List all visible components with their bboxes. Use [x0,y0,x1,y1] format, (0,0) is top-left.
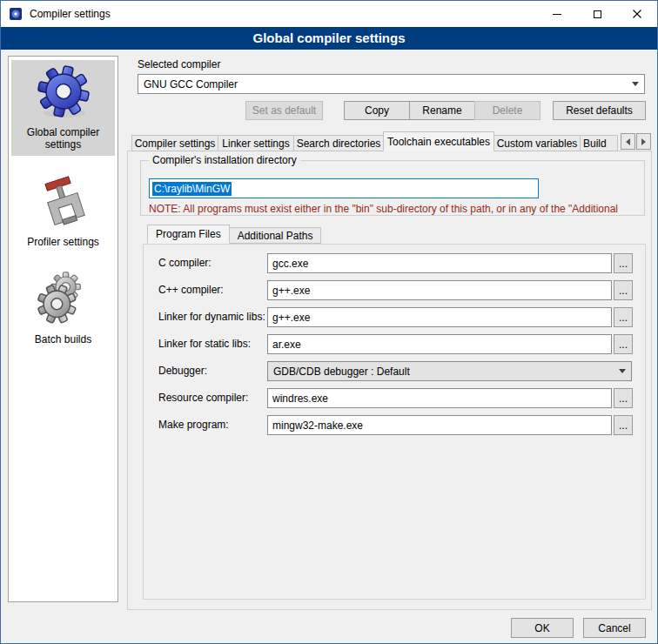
minimize-button[interactable] [537,1,577,27]
bin-subdirectory-note: NOTE: All programs must exist either in … [149,203,645,215]
debugger-value: GDB/CDB debugger : Default [273,366,410,378]
titlebar: Compiler settings [1,1,657,27]
tab-custom-variables[interactable]: Custom variables [494,135,581,151]
arrow-right-icon [641,138,646,145]
sidebar-item-batch-builds[interactable]: Batch builds [11,267,115,351]
installation-directory-value: C:\raylib\MinGW [152,182,232,196]
browse-button[interactable]: ... [614,253,633,273]
browse-button[interactable]: ... [614,334,633,354]
tab-additional-paths[interactable]: Additional Paths [229,227,322,244]
gray-gears-icon [36,271,91,326]
installation-directory-legend: Compiler's installation directory [149,154,300,166]
titlebar-buttons [537,1,657,27]
c-compiler-input[interactable] [267,253,612,273]
browse-button[interactable]: ... [614,415,633,435]
make-program-input[interactable] [267,415,612,435]
browse-button[interactable]: ... [614,280,633,300]
selected-compiler-label: Selected compiler [138,58,220,70]
blue-gear-icon [36,64,91,119]
chevron-down-icon [619,369,626,373]
main-tabstrip: Compiler settings Linker settings Search… [131,131,619,151]
set-as-default-button[interactable]: Set as default [245,101,323,120]
maximize-icon [594,10,601,18]
ok-button[interactable]: OK [511,618,574,638]
cpp-compiler-input[interactable] [267,280,612,300]
cpp-compiler-label: C++ compiler: [158,280,224,300]
rename-button[interactable]: Rename [409,101,475,120]
field-row: C compiler: ... [144,253,645,273]
browse-button[interactable]: ... [614,388,633,408]
tab-search-directories[interactable]: Search directories [293,135,384,151]
field-row: Make program: ... [144,415,645,435]
field-row: Linker for dynamic libs: ... [144,307,645,327]
field-row: Resource compiler: ... [144,388,645,408]
tab-build-truncated[interactable]: Build [580,135,618,151]
tab-scroll-right-button[interactable] [636,133,651,150]
program-files-panel: C compiler: ... C++ compiler: ... Linker… [143,244,646,600]
delete-button[interactable]: Delete [474,101,540,120]
dynamic-linker-label: Linker for dynamic libs: [158,307,265,327]
field-row: Linker for static libs: ... [144,334,645,354]
tab-compiler-settings[interactable]: Compiler settings [131,135,218,151]
c-compiler-label: C compiler: [158,253,212,273]
installation-directory-input[interactable]: C:\raylib\MinGW [149,178,539,198]
dynamic-linker-input[interactable] [267,307,612,327]
sidebar: Global compiler settings Profiler settin… [8,56,118,602]
field-row: C++ compiler: ... [144,280,645,300]
sidebar-item-label: Global compiler settings [13,126,113,151]
clamp-tool-icon [36,173,91,229]
static-linker-input[interactable] [267,334,612,354]
dialog-header: Global compiler settings [1,27,657,50]
window-title: Compiler settings [30,8,111,20]
selected-compiler-combo[interactable]: GNU GCC Compiler [138,74,645,94]
app-icon [9,7,23,21]
debugger-select[interactable]: GDB/CDB debugger : Default [267,361,632,381]
reset-defaults-button[interactable]: Reset defaults [553,101,646,120]
copy-button[interactable]: Copy [344,101,410,120]
cancel-button[interactable]: Cancel [583,618,646,638]
program-tabstrip: Program Files Additional Paths [147,225,321,244]
tab-toolchain-executables[interactable]: Toolchain executables [383,131,494,151]
resource-compiler-label: Resource compiler: [158,388,248,408]
sidebar-item-global-compiler-settings[interactable]: Global compiler settings [11,60,115,156]
tab-linker-settings[interactable]: Linker settings [218,135,294,151]
chevron-down-icon [632,82,639,86]
tab-scroll-left-button[interactable] [621,133,635,150]
maximize-button[interactable] [577,1,617,27]
sidebar-item-profiler-settings[interactable]: Profiler settings [11,170,115,253]
debugger-label: Debugger: [158,361,207,381]
browse-button[interactable]: ... [614,307,633,327]
static-linker-label: Linker for static libs: [158,334,251,354]
compiler-settings-window: Compiler settings Global compiler settin… [0,0,658,644]
sidebar-item-label: Profiler settings [13,236,113,248]
make-program-label: Make program: [158,415,229,435]
resource-compiler-input[interactable] [267,388,612,408]
field-row: Debugger: GDB/CDB debugger : Default [144,361,645,381]
close-icon [633,10,641,18]
tab-program-files[interactable]: Program Files [147,225,230,244]
arrow-left-icon [626,138,630,145]
close-button[interactable] [617,1,657,27]
sidebar-item-label: Batch builds [13,333,113,345]
selected-compiler-value: GNU GCC Compiler [144,78,238,91]
minimize-icon [553,14,561,15]
